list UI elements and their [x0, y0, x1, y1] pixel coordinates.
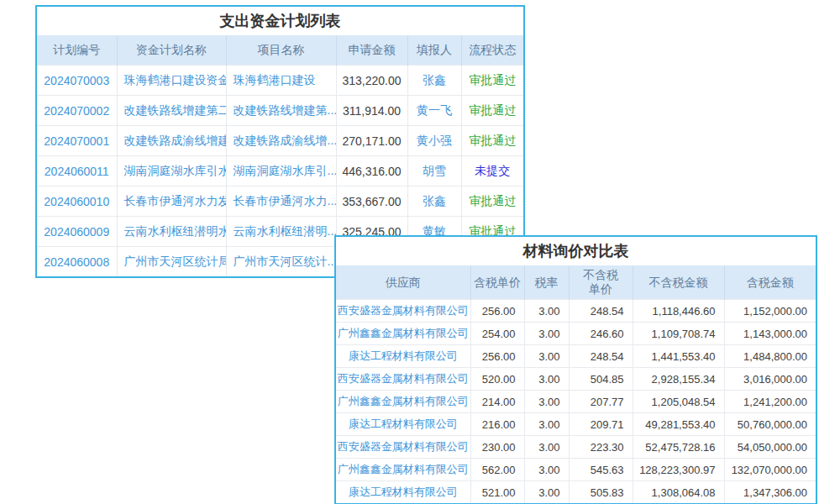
amount-cell: 313,220.00: [336, 66, 407, 96]
supplier-cell[interactable]: 西安盛器金属材料有限公司: [336, 300, 470, 323]
project-name-cell[interactable]: 珠海鹤港口建设: [226, 66, 336, 96]
plan-id-cell[interactable]: 2024070002: [37, 96, 117, 126]
project-name-cell[interactable]: 改建铁路线增建第...: [226, 96, 336, 126]
table-row[interactable]: 广州鑫鑫金属材料有限公司 214.00 3.00 207.77 1,205,04…: [336, 391, 816, 413]
supplier-cell[interactable]: 康达工程材料有限公司: [336, 481, 470, 504]
net-amount-cell: 1,205,048.54: [633, 391, 724, 413]
status-cell: 审批通过: [461, 66, 523, 96]
table-row[interactable]: 西安盛器金属材料有限公司 230.00 3.00 223.30 52,475,7…: [336, 436, 816, 459]
supplier-cell[interactable]: 康达工程材料有限公司: [336, 345, 470, 368]
amount-cell: 311,914.00: [336, 96, 407, 126]
tax-amount-cell: 1,347,306.00: [724, 481, 816, 504]
plan-id-cell[interactable]: 2024060010: [37, 186, 117, 217]
supplier-cell[interactable]: 西安盛器金属材料有限公司: [336, 368, 470, 391]
fund-plan-name-cell[interactable]: 改建铁路线增建第二...: [117, 96, 226, 126]
net-amount-cell: 2,928,155.34: [633, 368, 724, 391]
net-amount-cell: 49,281,553.40: [633, 413, 724, 436]
col-header-project-name: 项目名称: [226, 35, 336, 66]
tax-rate-cell: 3.00: [524, 413, 569, 436]
amount-cell: 353,667.00: [336, 186, 407, 217]
plan-id-cell[interactable]: 2024070003: [37, 66, 117, 96]
net-price-cell: 505.83: [569, 481, 633, 504]
tax-amount-cell: 3,016,000.00: [724, 368, 816, 391]
project-name-cell[interactable]: 湖南洞庭湖水库引...: [226, 156, 336, 186]
supplier-cell[interactable]: 广州鑫鑫金属材料有限公司: [336, 323, 470, 345]
tax-price-cell: 216.00: [470, 413, 524, 436]
plan-id-cell[interactable]: 2024060011: [37, 156, 117, 186]
tax-amount-cell: 50,760,000.00: [724, 413, 816, 436]
fund-plan-name-cell[interactable]: 湖南洞庭湖水库引水...: [117, 156, 226, 186]
project-name-cell[interactable]: 改建铁路成渝线增...: [226, 126, 336, 156]
project-name-cell[interactable]: 广州市天河区统计...: [226, 247, 336, 277]
net-price-cell: 207.77: [569, 391, 633, 413]
tax-amount-cell: 1,143,000.00: [724, 323, 816, 345]
fund-plan-name-cell[interactable]: 改建铁路成渝线增建...: [117, 126, 226, 156]
fund-plan-name-cell[interactable]: 广州市天河区统计局...: [117, 247, 226, 277]
fund-plan-name-cell[interactable]: 云南水利枢纽潜明水...: [117, 217, 226, 247]
table-row[interactable]: 康达工程材料有限公司 256.00 3.00 248.54 1,441,553.…: [336, 345, 816, 368]
net-price-cell: 248.54: [569, 300, 633, 323]
tax-price-cell: 520.00: [470, 368, 524, 391]
filler-cell: 胡雪: [407, 156, 461, 186]
net-amount-cell: 1,118,446.60: [633, 300, 724, 323]
table-row[interactable]: 2024060011 湖南洞庭湖水库引水... 湖南洞庭湖水库引... 446,…: [37, 156, 523, 186]
net-price-cell: 209.71: [569, 413, 633, 436]
col-header-fund-plan-name: 资金计划名称: [117, 35, 226, 66]
net-amount-cell: 1,441,553.40: [633, 345, 724, 368]
table-row[interactable]: 2024070003 珠海鹤港口建设资金... 珠海鹤港口建设 313,220.…: [37, 66, 523, 96]
project-name-cell[interactable]: 长春市伊通河水力...: [226, 186, 336, 217]
col-header-tax-amount: 含税金额: [724, 265, 816, 300]
status-cell: 审批通过: [461, 126, 523, 156]
table-row[interactable]: 广州鑫鑫金属材料有限公司 254.00 3.00 246.60 1,109,70…: [336, 323, 816, 345]
filler-cell: 黄一飞: [407, 96, 461, 126]
table-row[interactable]: 2024070001 改建铁路成渝线增建... 改建铁路成渝线增... 270,…: [37, 126, 523, 156]
status-cell: 审批通过: [461, 186, 523, 217]
plan-id-cell[interactable]: 2024060009: [37, 217, 117, 247]
col-header-net-amount: 不含税金额: [633, 265, 724, 300]
tax-price-cell: 256.00: [470, 345, 524, 368]
net-amount-cell: 1,109,708.74: [633, 323, 724, 345]
supplier-cell[interactable]: 广州鑫鑫金属材料有限公司: [336, 459, 470, 481]
tax-rate-cell: 3.00: [524, 345, 569, 368]
table-row[interactable]: 西安盛器金属材料有限公司 520.00 3.00 504.85 2,928,15…: [336, 368, 816, 391]
net-price-cell: 223.30: [569, 436, 633, 459]
table-row[interactable]: 2024060010 长春市伊通河水力发... 长春市伊通河水力... 353,…: [37, 186, 523, 217]
col-header-filler: 填报人: [407, 35, 461, 66]
tax-rate-cell: 3.00: [524, 391, 569, 413]
table-row[interactable]: 广州鑫鑫金属材料有限公司 562.00 3.00 545.63 128,223,…: [336, 459, 816, 481]
col-header-plan-id: 计划编号: [37, 35, 117, 66]
fund-plan-name-cell[interactable]: 长春市伊通河水力发...: [117, 186, 226, 217]
tax-rate-cell: 3.00: [524, 436, 569, 459]
supplier-cell[interactable]: 康达工程材料有限公司: [336, 413, 470, 436]
net-amount-cell: 52,475,728.16: [633, 436, 724, 459]
amount-cell: 270,171.00: [336, 126, 407, 156]
tax-price-cell: 562.00: [470, 459, 524, 481]
col-header-amount: 申请金额: [336, 35, 407, 66]
tax-amount-cell: 1,484,800.00: [724, 345, 816, 368]
col-header-status: 流程状态: [461, 35, 523, 66]
table-row[interactable]: 2024070002 改建铁路线增建第二... 改建铁路线增建第... 311,…: [37, 96, 523, 126]
inquiry-table-header-row: 供应商 含税单价 税率 不含税单价 不含税金额 含税金额: [336, 265, 816, 300]
table-row[interactable]: 西安盛器金属材料有限公司 256.00 3.00 248.54 1,118,44…: [336, 300, 816, 323]
tax-price-cell: 521.00: [470, 481, 524, 504]
filler-cell: 张鑫: [407, 186, 461, 217]
plan-id-cell[interactable]: 2024060008: [37, 247, 117, 277]
inquiry-table-panel: 材料询价对比表 供应商 含税单价 税率 不含税单价 不含税金额 含税金额 西安盛…: [334, 235, 817, 504]
tax-price-cell: 256.00: [470, 300, 524, 323]
fund-plan-name-cell[interactable]: 珠海鹤港口建设资金...: [117, 66, 226, 96]
supplier-cell[interactable]: 广州鑫鑫金属材料有限公司: [336, 391, 470, 413]
plan-id-cell[interactable]: 2024070001: [37, 126, 117, 156]
tax-amount-cell: 1,152,000.00: [724, 300, 816, 323]
inquiry-table-title: 材料询价对比表: [336, 237, 816, 265]
filler-cell: 张鑫: [407, 66, 461, 96]
table-row[interactable]: 康达工程材料有限公司 216.00 3.00 209.71 49,281,553…: [336, 413, 816, 436]
tax-rate-cell: 3.00: [524, 481, 569, 504]
table-row[interactable]: 康达工程材料有限公司 521.00 3.00 505.83 1,308,064.…: [336, 481, 816, 504]
col-header-net-price: 不含税单价: [569, 265, 633, 300]
project-name-cell[interactable]: 云南水利枢纽潜明...: [226, 217, 336, 247]
supplier-cell[interactable]: 西安盛器金属材料有限公司: [336, 436, 470, 459]
col-header-tax-rate: 税率: [524, 265, 569, 300]
net-price-cell: 248.54: [569, 345, 633, 368]
tax-amount-cell: 132,070,000.00: [724, 459, 816, 481]
tax-amount-cell: 1,241,200.00: [724, 391, 816, 413]
